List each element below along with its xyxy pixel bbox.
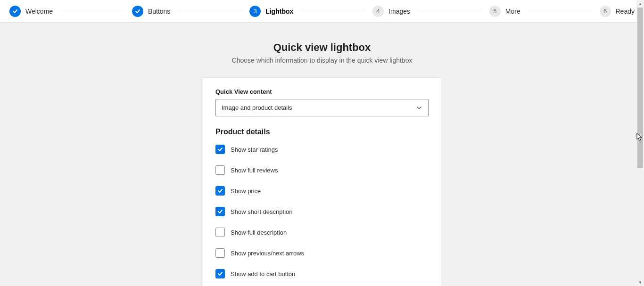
- scroll-track[interactable]: [636, 8, 644, 278]
- main-content: Quick view lightbox Choose which informa…: [0, 23, 644, 286]
- check-icon: [9, 6, 21, 17]
- checkbox-price[interactable]: [215, 186, 225, 196]
- step-buttons[interactable]: Buttons: [132, 6, 170, 17]
- checkbox-prev-next-arrows[interactable]: [215, 248, 225, 258]
- step-label: Welcome: [25, 8, 53, 15]
- step-more[interactable]: 5 More: [489, 6, 520, 17]
- step-connector: [418, 11, 482, 11]
- checkbox-label: Show full reviews: [231, 167, 278, 174]
- scroll-down-arrow-icon[interactable]: ▼: [636, 278, 644, 286]
- step-welcome[interactable]: Welcome: [9, 6, 53, 17]
- step-connector: [60, 11, 124, 11]
- page-subtitle: Choose which information to display in t…: [0, 57, 644, 64]
- step-label: More: [505, 8, 520, 15]
- checkbox-label: Show star ratings: [231, 146, 278, 153]
- vertical-scrollbar[interactable]: ▲ ▼: [636, 0, 644, 286]
- scroll-thumb[interactable]: [637, 8, 643, 168]
- wizard-stepper: Welcome Buttons 3 Lightbox 4 Images 5 Mo…: [0, 0, 644, 23]
- step-label: Images: [388, 8, 410, 15]
- step-ready[interactable]: 6 Ready: [600, 6, 635, 17]
- option-short-description: Show short description: [215, 207, 429, 216]
- checkbox-star-ratings[interactable]: [215, 145, 225, 154]
- option-star-ratings: Show star ratings: [215, 145, 429, 154]
- checkbox-full-reviews[interactable]: [215, 165, 225, 175]
- product-details-heading: Product details: [215, 128, 429, 136]
- step-connector: [178, 11, 242, 11]
- step-number: 6: [600, 6, 611, 17]
- step-connector: [528, 11, 592, 11]
- content-select-value: Image and product details: [222, 104, 292, 111]
- step-number: 3: [249, 6, 261, 17]
- checkbox-label: Show price: [231, 188, 261, 195]
- step-label: Lightbox: [265, 8, 293, 15]
- checkbox-add-to-cart[interactable]: [215, 269, 225, 278]
- checkbox-label: Show previous/next arrows: [231, 250, 304, 257]
- checkbox-label: Show full description: [231, 229, 287, 236]
- option-add-to-cart: Show add to cart button: [215, 269, 429, 278]
- option-full-description: Show full description: [215, 228, 429, 237]
- step-lightbox[interactable]: 3 Lightbox: [249, 6, 293, 17]
- chevron-down-icon: [416, 105, 422, 111]
- option-full-reviews: Show full reviews: [215, 165, 429, 175]
- scroll-up-arrow-icon[interactable]: ▲: [636, 0, 644, 8]
- checkbox-label: Show add to cart button: [231, 270, 295, 278]
- option-price: Show price: [215, 186, 429, 196]
- content-select-label: Quick View content: [215, 88, 429, 95]
- option-prev-next-arrows: Show previous/next arrows: [215, 248, 429, 258]
- checkbox-label: Show short description: [231, 208, 293, 215]
- step-connector: [301, 11, 365, 11]
- step-number: 4: [372, 6, 384, 17]
- step-label: Buttons: [148, 8, 170, 15]
- settings-card: Quick View content Image and product det…: [203, 77, 441, 286]
- checkbox-full-description[interactable]: [215, 228, 225, 237]
- step-images[interactable]: 4 Images: [372, 6, 410, 17]
- content-select[interactable]: Image and product details: [215, 99, 429, 116]
- page-title: Quick view lightbox: [0, 41, 644, 54]
- checkbox-short-description[interactable]: [215, 207, 225, 216]
- check-icon: [132, 6, 143, 17]
- step-label: Ready: [616, 8, 635, 15]
- step-number: 5: [489, 6, 501, 17]
